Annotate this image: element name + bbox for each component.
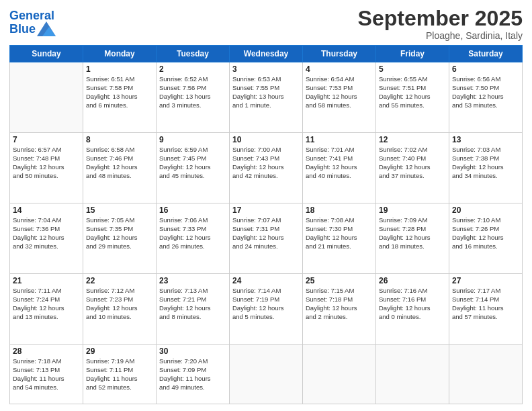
calendar-cell: 1Sunrise: 6:51 AMSunset: 7:58 PMDaylight… [83, 62, 157, 133]
day-info: Sunrise: 6:57 AMSunset: 7:48 PMDaylight:… [13, 146, 80, 180]
calendar-cell: 12Sunrise: 7:02 AMSunset: 7:40 PMDayligh… [376, 133, 449, 203]
day-number: 4 [306, 64, 373, 74]
day-number: 19 [379, 205, 446, 215]
calendar-cell: 27Sunrise: 7:17 AMSunset: 7:14 PMDayligh… [449, 274, 523, 345]
logo-general: General [9, 9, 54, 22]
day-number: 8 [86, 135, 153, 144]
calendar-cell: 24Sunrise: 7:14 AMSunset: 7:19 PMDayligh… [230, 274, 303, 345]
day-number: 25 [306, 276, 373, 285]
calendar-cell: 21Sunrise: 7:11 AMSunset: 7:24 PMDayligh… [10, 274, 83, 345]
day-info: Sunrise: 7:12 AMSunset: 7:23 PMDaylight:… [86, 287, 153, 321]
logo-icon [37, 21, 56, 36]
calendar-cell: 6Sunrise: 6:56 AMSunset: 7:50 PMDaylight… [449, 62, 523, 133]
calendar-cell [230, 345, 303, 404]
day-number: 30 [159, 347, 226, 356]
day-info: Sunrise: 7:06 AMSunset: 7:33 PMDaylight:… [159, 216, 226, 250]
logo-blue: Blue [9, 23, 36, 36]
weekday-header: Saturday [449, 46, 523, 62]
day-info: Sunrise: 6:54 AMSunset: 7:53 PMDaylight:… [306, 75, 373, 109]
day-number: 12 [379, 135, 446, 144]
location: Ploaghe, Sardinia, Italy [358, 30, 523, 41]
day-info: Sunrise: 7:01 AMSunset: 7:41 PMDaylight:… [306, 146, 373, 180]
day-info: Sunrise: 6:59 AMSunset: 7:45 PMDaylight:… [159, 146, 226, 180]
day-number: 21 [13, 276, 80, 285]
day-number: 3 [232, 64, 300, 74]
calendar-cell: 2Sunrise: 6:52 AMSunset: 7:56 PMDaylight… [157, 62, 230, 133]
day-info: Sunrise: 7:03 AMSunset: 7:38 PMDaylight:… [452, 146, 519, 180]
calendar-cell: 9Sunrise: 6:59 AMSunset: 7:45 PMDaylight… [157, 133, 230, 203]
calendar-cell: 8Sunrise: 6:58 AMSunset: 7:46 PMDaylight… [83, 133, 157, 203]
day-number: 15 [86, 205, 153, 215]
day-info: Sunrise: 7:02 AMSunset: 7:40 PMDaylight:… [379, 146, 446, 180]
page: General Blue September 2025 Ploaghe, Sar… [0, 0, 532, 411]
title-block: September 2025 Ploaghe, Sardinia, Italy [358, 7, 523, 41]
day-info: Sunrise: 6:58 AMSunset: 7:46 PMDaylight:… [86, 146, 153, 180]
day-number: 13 [452, 135, 519, 144]
weekday-header: Wednesday [230, 46, 303, 62]
calendar-cell: 5Sunrise: 6:55 AMSunset: 7:51 PMDaylight… [376, 62, 449, 133]
calendar-cell: 20Sunrise: 7:10 AMSunset: 7:26 PMDayligh… [449, 203, 523, 274]
day-number: 27 [452, 276, 519, 285]
day-number: 9 [159, 135, 226, 144]
calendar-cell: 29Sunrise: 7:19 AMSunset: 7:11 PMDayligh… [83, 345, 157, 404]
calendar-cell: 25Sunrise: 7:15 AMSunset: 7:18 PMDayligh… [303, 274, 376, 345]
calendar-cell: 19Sunrise: 7:09 AMSunset: 7:28 PMDayligh… [376, 203, 449, 274]
calendar-cell [449, 345, 523, 404]
calendar-cell: 23Sunrise: 7:13 AMSunset: 7:21 PMDayligh… [157, 274, 230, 345]
calendar-cell [10, 62, 83, 133]
day-number: 24 [232, 276, 300, 285]
day-info: Sunrise: 7:08 AMSunset: 7:30 PMDaylight:… [306, 216, 373, 250]
calendar-cell: 4Sunrise: 6:54 AMSunset: 7:53 PMDaylight… [303, 62, 376, 133]
day-info: Sunrise: 7:18 AMSunset: 7:13 PMDaylight:… [13, 357, 80, 392]
weekday-header: Sunday [10, 46, 83, 62]
calendar-cell: 7Sunrise: 6:57 AMSunset: 7:48 PMDaylight… [10, 133, 83, 203]
calendar-cell: 18Sunrise: 7:08 AMSunset: 7:30 PMDayligh… [303, 203, 376, 274]
day-number: 20 [452, 205, 519, 215]
calendar-cell: 26Sunrise: 7:16 AMSunset: 7:16 PMDayligh… [376, 274, 449, 345]
day-number: 16 [159, 205, 226, 215]
day-number: 5 [379, 64, 446, 74]
day-info: Sunrise: 6:52 AMSunset: 7:56 PMDaylight:… [159, 75, 226, 109]
calendar-cell [303, 345, 376, 404]
calendar-cell: 16Sunrise: 7:06 AMSunset: 7:33 PMDayligh… [157, 203, 230, 274]
weekday-header: Tuesday [157, 46, 230, 62]
day-number: 6 [452, 64, 519, 74]
day-info: Sunrise: 7:15 AMSunset: 7:18 PMDaylight:… [306, 287, 373, 321]
day-info: Sunrise: 7:09 AMSunset: 7:28 PMDaylight:… [379, 216, 446, 250]
day-number: 10 [232, 135, 300, 144]
day-info: Sunrise: 7:00 AMSunset: 7:43 PMDaylight:… [232, 146, 300, 180]
header: General Blue September 2025 Ploaghe, Sar… [9, 7, 523, 41]
calendar-cell: 10Sunrise: 7:00 AMSunset: 7:43 PMDayligh… [230, 133, 303, 203]
day-info: Sunrise: 7:20 AMSunset: 7:09 PMDaylight:… [159, 357, 226, 392]
day-info: Sunrise: 7:16 AMSunset: 7:16 PMDaylight:… [379, 287, 446, 321]
day-info: Sunrise: 6:56 AMSunset: 7:50 PMDaylight:… [452, 75, 519, 109]
day-info: Sunrise: 7:19 AMSunset: 7:11 PMDaylight:… [86, 357, 153, 392]
day-number: 23 [159, 276, 226, 285]
calendar-cell: 13Sunrise: 7:03 AMSunset: 7:38 PMDayligh… [449, 133, 523, 203]
calendar-cell: 14Sunrise: 7:04 AMSunset: 7:36 PMDayligh… [10, 203, 83, 274]
calendar-cell: 3Sunrise: 6:53 AMSunset: 7:55 PMDaylight… [230, 62, 303, 133]
day-number: 17 [232, 205, 300, 215]
day-number: 1 [86, 64, 153, 74]
day-info: Sunrise: 7:14 AMSunset: 7:19 PMDaylight:… [232, 287, 300, 321]
day-number: 18 [306, 205, 373, 215]
weekday-header: Monday [83, 46, 157, 62]
calendar-cell: 30Sunrise: 7:20 AMSunset: 7:09 PMDayligh… [157, 345, 230, 404]
day-number: 29 [86, 347, 153, 356]
day-info: Sunrise: 6:55 AMSunset: 7:51 PMDaylight:… [379, 75, 446, 109]
day-number: 28 [13, 347, 80, 356]
calendar-cell: 22Sunrise: 7:12 AMSunset: 7:23 PMDayligh… [83, 274, 157, 345]
calendar-cell: 17Sunrise: 7:07 AMSunset: 7:31 PMDayligh… [230, 203, 303, 274]
day-info: Sunrise: 6:53 AMSunset: 7:55 PMDaylight:… [232, 75, 300, 109]
logo: General Blue [9, 9, 56, 36]
day-info: Sunrise: 7:11 AMSunset: 7:24 PMDaylight:… [13, 287, 80, 321]
day-info: Sunrise: 7:17 AMSunset: 7:14 PMDaylight:… [452, 287, 519, 321]
day-info: Sunrise: 7:13 AMSunset: 7:21 PMDaylight:… [159, 287, 226, 321]
calendar-cell: 15Sunrise: 7:05 AMSunset: 7:35 PMDayligh… [83, 203, 157, 274]
day-info: Sunrise: 6:51 AMSunset: 7:58 PMDaylight:… [86, 75, 153, 109]
month-title: September 2025 [358, 7, 523, 30]
day-info: Sunrise: 7:04 AMSunset: 7:36 PMDaylight:… [13, 216, 80, 250]
day-number: 11 [306, 135, 373, 144]
day-number: 14 [13, 205, 80, 215]
day-number: 2 [159, 64, 226, 74]
